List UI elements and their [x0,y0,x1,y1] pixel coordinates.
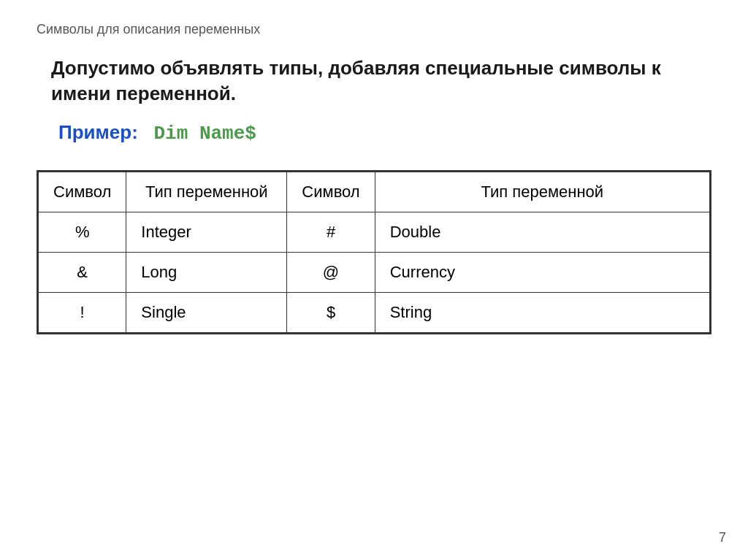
table-row: &Long@Currency [39,253,710,293]
cell-type1-0: Integer [126,212,287,253]
header-symbol1: Символ [39,172,126,212]
cell-type2-0: Double [375,212,709,253]
table-row: !Single$String [39,293,710,333]
example-label: Пример: [58,121,138,143]
cell-sym1-2: ! [39,293,126,333]
cell-sym1-0: % [39,212,126,253]
cell-type2-2: String [375,293,709,333]
slide-container: Символы для описания переменных Допустим… [0,0,748,560]
slide-subtitle: Символы для описания переменных [37,22,711,37]
header-type2: Тип переменной [375,172,709,212]
cell-type1-2: Single [126,293,287,333]
data-table: Символ Тип переменной Символ Тип перемен… [38,172,710,333]
main-text: Допустимо объявлять типы, добавляя специ… [37,55,711,107]
cell-sym2-0: # [287,212,375,253]
data-table-wrapper: Символ Тип переменной Символ Тип перемен… [37,170,711,334]
cell-type1-1: Long [126,253,287,293]
cell-sym2-1: @ [287,253,375,293]
header-symbol2: Символ [287,172,375,212]
header-type1: Тип переменной [126,172,287,212]
main-text-content: Допустимо объявлять типы, добавляя специ… [51,57,661,104]
table-header-row: Символ Тип переменной Символ Тип перемен… [39,172,710,212]
table-row: %Integer#Double [39,212,710,253]
example-code: Dim Name$ [153,123,256,145]
cell-type2-1: Currency [375,253,709,293]
example-line: Пример: Dim Name$ [37,121,711,145]
cell-sym1-1: & [39,253,126,293]
page-number: 7 [719,530,726,545]
cell-sym2-2: $ [287,293,375,333]
